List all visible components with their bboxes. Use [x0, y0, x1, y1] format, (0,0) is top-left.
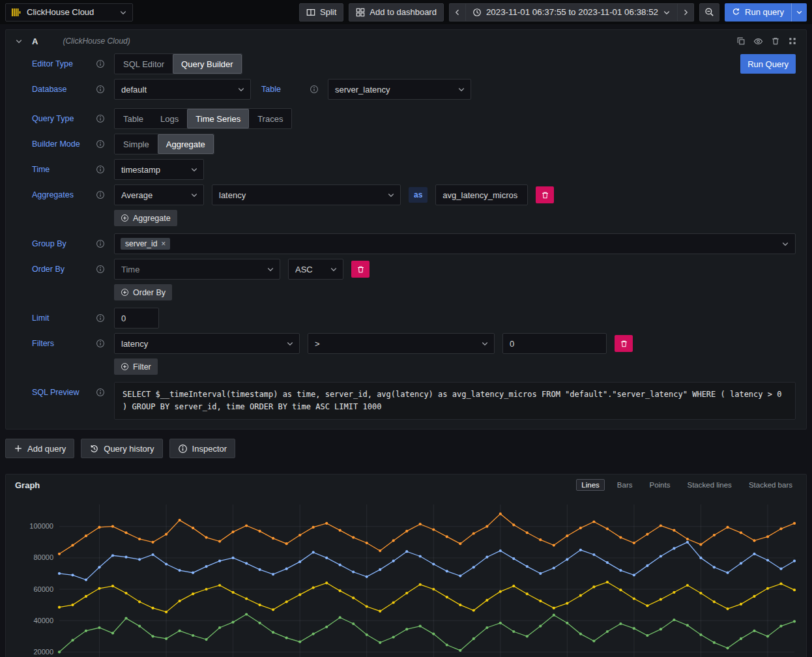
chevron-down-icon	[119, 8, 127, 16]
info-icon[interactable]	[96, 114, 105, 123]
time-range-label: 2023-11-01 06:37:55 to 2023-11-01 06:38:…	[486, 7, 658, 17]
query-type-option-table[interactable]: Table	[115, 109, 152, 128]
info-icon[interactable]	[96, 239, 105, 248]
time-back-button[interactable]	[449, 3, 466, 22]
trash-icon	[620, 340, 628, 348]
graph-mode-points[interactable]: Points	[645, 480, 675, 490]
query-type-option-traces[interactable]: Traces	[249, 109, 291, 128]
clickhouse-logo-icon	[11, 7, 22, 18]
aggregate-function-select[interactable]: Average	[114, 184, 204, 205]
plus-circle-icon	[121, 288, 129, 297]
add-to-dashboard-label: Add to dashboard	[370, 7, 437, 17]
add-aggregate-button[interactable]: Aggregate	[114, 210, 177, 226]
filters-label: Filters	[32, 339, 54, 348]
limit-label: Limit	[32, 314, 49, 323]
split-button[interactable]: Split	[299, 3, 343, 22]
table-select[interactable]: server_latency	[328, 79, 471, 100]
database-label-cell: Database	[32, 85, 105, 94]
filter-operator-value: >	[315, 339, 320, 349]
builder-mode-label: Builder Mode	[32, 139, 80, 149]
add-to-dashboard-button[interactable]: Add to dashboard	[349, 3, 444, 22]
hide-query-eye-icon[interactable]	[753, 36, 763, 46]
query-header-actions	[736, 36, 797, 46]
inspector-label: Inspector	[192, 444, 227, 454]
order-by-direction-select[interactable]: ASC	[288, 259, 343, 280]
info-icon[interactable]	[96, 85, 105, 94]
builder-mode-option-simple[interactable]: Simple	[115, 134, 158, 154]
database-label: Database	[32, 85, 67, 94]
drag-handle-icon[interactable]	[788, 36, 797, 46]
info-icon[interactable]	[96, 388, 105, 397]
graph-mode-bars[interactable]: Bars	[613, 480, 637, 490]
aggregate-alias-input[interactable]	[435, 184, 528, 205]
filter-value-input[interactable]	[502, 333, 607, 354]
aggregates-label: Aggregates	[32, 190, 74, 199]
delete-query-trash-icon[interactable]	[771, 36, 780, 46]
time-range-button[interactable]: 2023-11-01 06:37:55 to 2023-11-01 06:38:…	[466, 3, 677, 22]
builder-mode-option-aggregate[interactable]: Aggregate	[158, 134, 214, 154]
info-icon[interactable]	[96, 139, 105, 149]
graph-canvas[interactable]: 2000040000600008000010000006:38:0006:38:…	[6, 495, 806, 657]
editor-type-option-sql-editor[interactable]: SQL Editor	[115, 54, 173, 74]
order-by-field-select[interactable]: Time	[114, 259, 280, 280]
remove-filter-button[interactable]	[615, 335, 633, 352]
limit-input[interactable]	[114, 308, 159, 328]
zoom-out-button[interactable]	[699, 3, 719, 22]
graph-mode-lines[interactable]: Lines	[576, 479, 605, 491]
info-icon[interactable]	[96, 59, 105, 68]
info-icon[interactable]	[96, 314, 105, 323]
chevron-down-icon	[481, 340, 489, 347]
split-icon	[306, 8, 315, 17]
info-icon[interactable]	[96, 165, 105, 174]
chevron-left-icon	[454, 8, 461, 16]
time-forward-button[interactable]	[677, 3, 694, 22]
collapse-chevron-icon[interactable]	[15, 37, 23, 45]
graph-mode-stacked-lines[interactable]: Stacked lines	[682, 480, 736, 490]
remove-aggregate-button[interactable]	[536, 186, 554, 203]
database-select[interactable]: default	[114, 79, 251, 100]
chevron-down-icon	[781, 240, 789, 248]
graph-mode-stacked-bars[interactable]: Stacked bars	[744, 480, 797, 490]
filter-operator-select[interactable]: >	[308, 333, 495, 354]
timeseries-chart[interactable]: 2000040000600008000010000006:38:0006:38:…	[12, 497, 800, 657]
add-filter-button[interactable]: Filter	[114, 358, 158, 375]
panel-run-query-button[interactable]: Run Query	[740, 54, 796, 74]
info-icon[interactable]	[310, 85, 319, 94]
duplicate-query-icon[interactable]	[736, 36, 746, 46]
aggregate-function-value: Average	[121, 190, 152, 200]
add-query-label: Add query	[27, 444, 66, 454]
panel-run-query-label: Run Query	[747, 59, 789, 69]
aggregate-column-select[interactable]: latency	[212, 184, 401, 205]
editor-type-option-query-builder[interactable]: Query Builder	[173, 54, 241, 74]
query-type-option-logs[interactable]: Logs	[152, 109, 187, 128]
datasource-picker[interactable]: ClickHouse Cloud	[5, 3, 133, 22]
query-type-option-time-series[interactable]: Time Series	[187, 109, 249, 128]
run-query-dropdown[interactable]	[791, 3, 807, 22]
query-history-button[interactable]: Query history	[81, 439, 162, 458]
info-icon[interactable]	[96, 190, 105, 199]
chevron-right-icon	[682, 8, 689, 16]
add-aggregate-label: Aggregate	[133, 214, 171, 223]
filters-label-cell: Filters	[32, 339, 105, 348]
run-query-button[interactable]: Run query	[725, 3, 791, 22]
add-order-by-button[interactable]: Order By	[114, 284, 172, 300]
chevron-down-icon	[190, 166, 198, 173]
database-value: default	[121, 85, 147, 95]
add-query-button[interactable]: Add query	[5, 439, 74, 458]
query-type-label: Query Type	[32, 114, 74, 123]
remove-tag-icon[interactable]: ×	[161, 239, 166, 248]
inspector-button[interactable]: Inspector	[169, 439, 235, 458]
add-order-by-label: Order By	[133, 288, 166, 297]
remove-order-by-button[interactable]	[351, 261, 370, 278]
run-query-label: Run query	[745, 7, 784, 17]
info-icon[interactable]	[96, 339, 105, 348]
svg-text:40000: 40000	[33, 617, 53, 624]
query-builder-body: Editor Type SQL Editor Query Builder Run…	[6, 52, 806, 429]
query-history-label: Query history	[104, 444, 154, 454]
query-ref-id[interactable]: A	[32, 36, 38, 46]
info-icon[interactable]	[96, 265, 105, 274]
time-column-select[interactable]: timestamp	[114, 159, 204, 180]
trash-icon	[541, 191, 549, 199]
group-by-multiselect[interactable]: server_id ×	[114, 233, 796, 254]
filter-field-select[interactable]: latency	[114, 333, 300, 354]
